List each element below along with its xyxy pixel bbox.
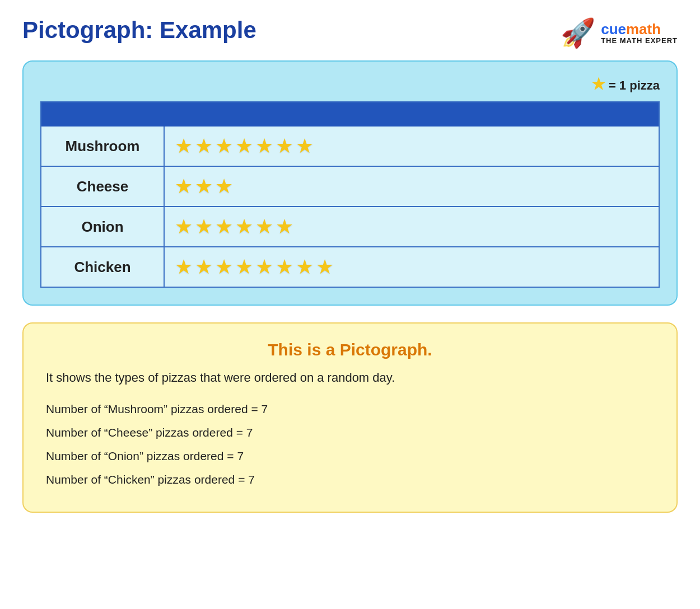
star-icon: ★ — [175, 175, 193, 198]
star-icon: ★ — [175, 215, 193, 238]
description-stats: Number of “Mushroom” pizzas ordered = 7N… — [46, 397, 654, 491]
description-intro: It shows the types of pizzas that were o… — [46, 371, 654, 385]
stat-line: Number of “Chicken” pizzas ordered = 7 — [46, 468, 654, 491]
pictograph-card: ★ = 1 pizza Mushroom★★★★★★★Cheese★★★Onio… — [22, 60, 678, 306]
row-stars-onion: ★★★★★★ — [164, 207, 659, 247]
table-row: Mushroom★★★★★★★ — [41, 127, 659, 166]
stat-line: Number of “Cheese” pizzas ordered = 7 — [46, 421, 654, 444]
page-header: Pictograph: Example 🚀 cuemath THE MATH E… — [22, 17, 678, 60]
legend-text: = 1 pizza — [609, 78, 660, 92]
table-header-row — [41, 102, 659, 127]
row-stars-mushroom: ★★★★★★★ — [164, 127, 659, 166]
row-stars-cheese: ★★★ — [164, 166, 659, 207]
table-header-cell — [41, 102, 659, 127]
star-icon: ★ — [235, 134, 253, 157]
page-title: Pictograph: Example — [22, 17, 256, 44]
star-icon: ★ — [175, 255, 193, 278]
logo-cue-math: cuemath — [601, 21, 678, 38]
star-icon: ★ — [255, 215, 273, 238]
stat-line: Number of “Onion” pizzas ordered = 7 — [46, 444, 654, 468]
star-icon: ★ — [255, 134, 273, 157]
table-row: Chicken★★★★★★★★ — [41, 247, 659, 287]
star-icon: ★ — [276, 134, 293, 157]
table-row: Onion★★★★★★ — [41, 207, 659, 247]
star-icon: ★ — [215, 255, 233, 278]
stat-line: Number of “Mushroom” pizzas ordered = 7 — [46, 397, 654, 421]
row-stars-chicken: ★★★★★★★★ — [164, 247, 659, 287]
star-icon: ★ — [276, 255, 293, 278]
star-icon: ★ — [235, 255, 253, 278]
star-icon: ★ — [195, 215, 213, 238]
description-card: This is a Pictograph. It shows the types… — [22, 322, 678, 513]
row-label-cheese: Cheese — [41, 166, 164, 207]
description-title: This is a Pictograph. — [46, 340, 654, 359]
legend-star-icon: ★ — [591, 76, 605, 93]
star-icon: ★ — [175, 134, 193, 157]
row-label-mushroom: Mushroom — [41, 127, 164, 166]
star-icon: ★ — [296, 134, 314, 157]
logo: 🚀 cuemath THE MATH EXPERT — [561, 17, 678, 49]
star-icon: ★ — [195, 175, 213, 198]
legend: ★ = 1 pizza — [40, 75, 660, 93]
row-label-onion: Onion — [41, 207, 164, 247]
row-label-chicken: Chicken — [41, 247, 164, 287]
star-icon: ★ — [276, 215, 293, 238]
star-icon: ★ — [215, 175, 233, 198]
star-icon: ★ — [316, 255, 334, 278]
rocket-icon: 🚀 — [561, 17, 595, 49]
star-icon: ★ — [195, 255, 213, 278]
table-row: Cheese★★★ — [41, 166, 659, 207]
star-icon: ★ — [255, 255, 273, 278]
star-icon: ★ — [296, 255, 314, 278]
pictograph-table: Mushroom★★★★★★★Cheese★★★Onion★★★★★★Chick… — [40, 101, 660, 288]
logo-text: cuemath THE MATH EXPERT — [601, 21, 678, 45]
star-icon: ★ — [195, 134, 213, 157]
logo-tagline: THE MATH EXPERT — [601, 37, 678, 45]
star-icon: ★ — [235, 215, 253, 238]
star-icon: ★ — [215, 215, 233, 238]
star-icon: ★ — [215, 134, 233, 157]
